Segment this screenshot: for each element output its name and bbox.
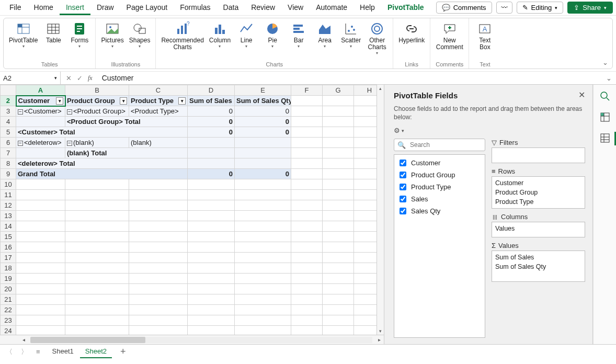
cell-C11[interactable] [129,190,188,200]
row-header-21[interactable]: 21 [1,294,16,305]
field-checkbox[interactable] [400,196,406,202]
cell-F7[interactable] [291,148,323,158]
cell-G2[interactable] [323,96,354,106]
cell-G18[interactable] [323,263,354,274]
cell-D13[interactable] [188,211,235,221]
column-header-G[interactable]: G [323,85,354,96]
ribbon-text-box-button[interactable]: ATextBox [474,21,495,51]
fx-icon[interactable]: fx [88,74,93,82]
cell-A21[interactable] [16,294,65,305]
cell-F15[interactable] [291,232,323,242]
column-header-C[interactable]: C [129,85,188,96]
sheet-nav-all[interactable]: ≡ [35,348,42,356]
column-header-D[interactable]: D [188,85,235,96]
menu-tab-formulas[interactable]: Formulas [174,1,216,15]
sheet-tab-sheet2[interactable]: Sheet2 [80,345,112,358]
ribbon-pivottable-button[interactable]: PivotTable▾ [9,21,38,49]
cell-B13[interactable] [65,211,129,221]
activity-button[interactable]: 〰 [496,2,512,14]
cell-F11[interactable] [291,190,323,200]
filter-dropdown-icon[interactable]: ▾ [178,97,186,105]
field-checkbox[interactable] [400,172,406,178]
pivot-rail-button[interactable] [598,110,612,124]
row-header-7[interactable]: 7 [1,148,16,158]
cell-C23[interactable] [129,315,188,326]
cell-F22[interactable] [291,305,323,315]
cell-D17[interactable] [188,253,235,263]
row-header-2[interactable]: 2 [1,96,16,106]
cell-G22[interactable] [323,305,354,315]
collapse-icon[interactable]: − [67,141,72,146]
share-button[interactable]: ⇪ Share ▾ [567,2,613,14]
cell-E13[interactable] [235,211,291,221]
ribbon-new-comment-button[interactable]: NewComment [436,21,463,51]
row-header-22[interactable]: 22 [1,305,16,315]
row-header-9[interactable]: 9 [1,169,16,179]
cell-G11[interactable] [323,190,354,200]
cell-D16[interactable] [188,242,235,253]
ribbon-shapes-button[interactable]: Shapes▾ [129,21,151,49]
cell-A5[interactable]: <Customer> Total [16,127,188,138]
cell-G16[interactable] [323,242,354,253]
cell-D22[interactable] [188,305,235,315]
column-header-F[interactable]: F [291,85,323,96]
cell-G9[interactable] [323,169,354,179]
cell-A11[interactable] [16,190,65,200]
menu-tab-data[interactable]: Data [217,1,245,15]
cell-F13[interactable] [291,211,323,221]
cell-B20[interactable] [65,284,129,294]
select-all-cell[interactable] [1,85,16,96]
cell-D18[interactable] [188,263,235,274]
cell-A20[interactable] [16,284,65,294]
cell-G17[interactable] [323,253,354,263]
cell-A4[interactable] [16,117,65,127]
formula-bar-expand[interactable]: ⌄ [602,74,616,82]
cell-F12[interactable] [291,200,323,211]
ribbon-bar-button[interactable]: Bar▾ [288,21,309,49]
horizontal-scrollbar[interactable]: ◂ ▸ [0,335,384,344]
cell-F21[interactable] [291,294,323,305]
scroll-down-arrow[interactable]: ▾ [377,327,384,335]
cell-E15[interactable] [235,232,291,242]
field-sales[interactable]: Sales [397,193,482,205]
ribbon-column-button[interactable]: Column▾ [209,21,231,49]
field-checkbox[interactable] [400,184,406,190]
row-header-11[interactable]: 11 [1,190,16,200]
comments-button[interactable]: 💬 Comments [436,2,492,14]
cell-A14[interactable] [16,221,65,232]
cell-B6[interactable]: −(blank) [65,138,129,148]
cell-B11[interactable] [65,190,129,200]
cell-A13[interactable] [16,211,65,221]
cell-D4[interactable]: 0 [188,117,235,127]
ribbon-hyperlink-button[interactable]: Hyperlink [398,21,425,44]
cell-D12[interactable] [188,200,235,211]
ribbon-table-button[interactable]: Table [43,21,64,44]
cell-A6[interactable]: −<deleterow> [16,138,65,148]
area-item[interactable]: Sum of Sales Qty [495,262,581,271]
area-item[interactable]: Customer [495,178,581,188]
cell-C14[interactable] [129,221,188,232]
cell-A3[interactable]: −<Customer> [16,106,65,117]
cell-A18[interactable] [16,263,65,274]
cell-D21[interactable] [188,294,235,305]
row-header-6[interactable]: 6 [1,138,16,148]
cell-B3[interactable]: −<Product Group> [65,106,129,117]
cell-G23[interactable] [323,315,354,326]
cell-C20[interactable] [129,284,188,294]
cell-C6[interactable]: (blank) [129,138,188,148]
formula-input[interactable]: Customer [98,74,602,82]
cell-F19[interactable] [291,274,323,284]
cell-E6[interactable] [235,138,291,148]
field-search[interactable]: 🔍 [394,139,485,151]
collapse-icon[interactable]: − [67,109,72,115]
cell-D2[interactable]: Sum of Sales [188,96,235,106]
cell-G15[interactable] [323,232,354,242]
area-item[interactable]: Product Group [495,188,581,197]
enter-icon[interactable]: ✓ [77,74,83,82]
cell-D7[interactable] [188,148,235,158]
cell-D10[interactable] [188,179,235,190]
row-header-10[interactable]: 10 [1,179,16,190]
cell-G8[interactable] [323,158,354,169]
row-header-13[interactable]: 13 [1,211,16,221]
vertical-scrollbar[interactable]: ▴ ▾ [377,85,384,335]
